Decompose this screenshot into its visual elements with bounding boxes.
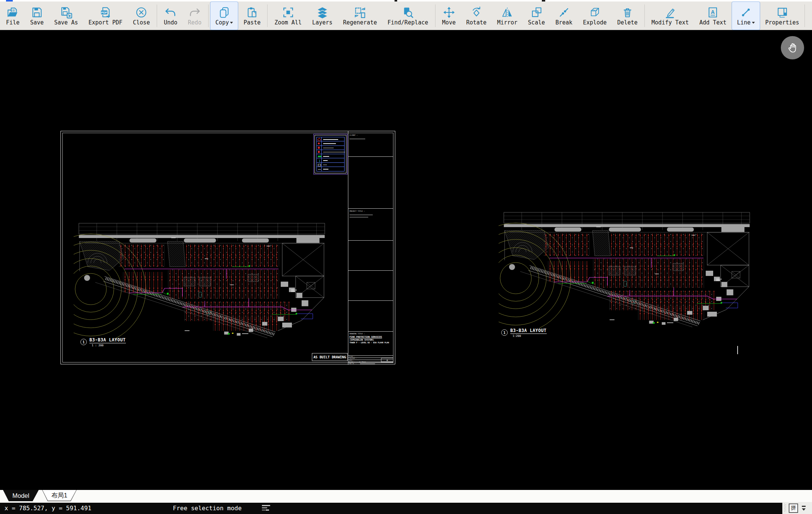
ime-drag-handle[interactable] bbox=[784, 504, 786, 512]
toolbar-separator bbox=[208, 5, 209, 27]
hand-icon bbox=[786, 41, 799, 54]
line-icon bbox=[739, 6, 752, 19]
move-icon bbox=[443, 6, 455, 19]
model-canvas[interactable]: CLIENT : PROJECT TITLE : DRAWING TITLE :… bbox=[0, 30, 812, 490]
tab-layout1[interactable]: 布局1 bbox=[42, 490, 77, 501]
regenerate-icon bbox=[354, 6, 366, 19]
cursor-coordinates: x = 785.527, y = 591.491 bbox=[5, 503, 91, 514]
toolbar-separator bbox=[435, 5, 435, 27]
viewport-scale: 1:200 bbox=[513, 334, 521, 338]
legend-line-symbol bbox=[318, 169, 321, 170]
legend-box bbox=[313, 134, 348, 174]
ime-minimize-icon[interactable] bbox=[802, 506, 806, 507]
legend-red-diamond-symbol bbox=[318, 138, 321, 141]
app-window: File Save Save As PDF bbox=[0, 0, 812, 514]
redo-button[interactable]: Redo bbox=[183, 2, 207, 30]
svg-text:PDF: PDF bbox=[101, 11, 107, 14]
legend-red-sidewall-symbol bbox=[318, 151, 320, 153]
break-button[interactable]: Break bbox=[550, 2, 578, 30]
drawing-title-line: FIRE PROTECTION SERVICES bbox=[349, 335, 393, 338]
undo-button[interactable]: Undo bbox=[159, 2, 183, 30]
export-pdf-icon: PDF bbox=[99, 6, 112, 19]
save-button[interactable]: Save bbox=[25, 2, 49, 30]
close-icon bbox=[135, 6, 148, 19]
file-icon bbox=[6, 6, 19, 19]
layers-button[interactable]: Layers bbox=[307, 2, 338, 30]
viewport-number: 1 bbox=[80, 339, 87, 345]
toolbar-separator bbox=[804, 5, 805, 27]
legend-row bbox=[317, 167, 344, 171]
properties-button[interactable]: Properties bbox=[760, 2, 804, 30]
viewport-title: B3-B3A LAYOUT bbox=[89, 337, 126, 343]
legend-row bbox=[317, 163, 344, 167]
legend-white-box-symbol bbox=[318, 164, 321, 166]
legend-row bbox=[317, 137, 344, 141]
redo-icon bbox=[188, 6, 201, 19]
undo-icon bbox=[164, 6, 177, 19]
legend-row bbox=[317, 146, 344, 150]
copy-button[interactable]: Copy bbox=[210, 2, 238, 30]
scale-button[interactable]: Scale bbox=[523, 2, 550, 30]
properties-icon bbox=[776, 6, 789, 19]
ime-language-button[interactable]: 拼 bbox=[789, 503, 798, 513]
pan-button[interactable] bbox=[781, 36, 804, 59]
close-button[interactable]: Close bbox=[128, 2, 155, 30]
rotate-button[interactable]: Rotate bbox=[461, 2, 492, 30]
modify-text-icon bbox=[664, 6, 676, 19]
find-replace-icon bbox=[401, 6, 414, 19]
save-icon bbox=[30, 6, 43, 19]
revision-box: 0 bbox=[381, 358, 393, 362]
zoom-all-icon bbox=[282, 6, 295, 19]
legend-row bbox=[317, 150, 344, 154]
file-button[interactable]: File bbox=[1, 2, 25, 30]
paste-button[interactable]: Paste bbox=[238, 2, 266, 30]
svg-text:A: A bbox=[711, 9, 715, 15]
delete-icon bbox=[621, 6, 634, 19]
legend-row bbox=[317, 154, 344, 158]
modify-text-button[interactable]: Modify Text bbox=[646, 2, 694, 30]
selection-mode-text: Free selection mode bbox=[173, 503, 242, 514]
copy-icon bbox=[218, 6, 231, 19]
floorplan-drawing-right bbox=[499, 211, 756, 328]
ime-menu-icon[interactable] bbox=[802, 508, 806, 511]
mirror-button[interactable]: Mirror bbox=[492, 2, 523, 30]
floorplan-drawing bbox=[74, 222, 331, 339]
find-replace-button[interactable]: Find/Replace bbox=[382, 2, 433, 30]
viewport-scale: 1 : 200 bbox=[92, 344, 104, 347]
legend-cyan-valve-symbol bbox=[318, 159, 320, 162]
save-as-icon bbox=[60, 6, 73, 19]
explode-icon bbox=[588, 6, 601, 19]
drawing-sheet: CLIENT : PROJECT TITLE : DRAWING TITLE :… bbox=[60, 131, 395, 364]
drawing-title-label: DRAWING TITLE : bbox=[349, 333, 393, 335]
list-icon[interactable] bbox=[262, 505, 271, 512]
paste-icon bbox=[246, 6, 259, 19]
add-text-button[interactable]: A Add Text bbox=[694, 2, 732, 30]
dropdown-arrow-icon[interactable] bbox=[230, 22, 233, 24]
toolbar-separator bbox=[267, 5, 268, 27]
move-button[interactable]: Move bbox=[437, 2, 461, 30]
regenerate-button[interactable]: Regenerate bbox=[338, 2, 382, 30]
mirror-icon bbox=[501, 6, 514, 19]
zoom-all-button[interactable]: Zoom All bbox=[269, 2, 307, 30]
toolbar-separator bbox=[157, 5, 157, 27]
line-button[interactable]: Line bbox=[732, 2, 760, 30]
client-label: CLIENT : bbox=[349, 134, 358, 136]
delete-button[interactable]: Delete bbox=[612, 2, 643, 30]
as-built-stamp: AS BUILT DRAWING bbox=[312, 353, 348, 361]
ime-toolbar: 拼 bbox=[782, 502, 812, 514]
project-title-label: PROJECT TITLE : bbox=[349, 210, 365, 212]
text-cursor bbox=[737, 346, 738, 354]
explode-button[interactable]: Explode bbox=[578, 2, 612, 30]
toolbar-separator bbox=[644, 5, 645, 27]
dropdown-arrow-icon[interactable] bbox=[752, 22, 755, 24]
tab-model[interactable]: Model bbox=[3, 490, 39, 501]
legend-green-box-symbol bbox=[318, 156, 321, 157]
save-as-button[interactable]: Save As bbox=[49, 2, 83, 30]
legend-row bbox=[317, 158, 344, 162]
break-icon bbox=[558, 6, 570, 19]
scale-icon bbox=[530, 6, 543, 19]
main-toolbar: File Save Save As PDF bbox=[0, 2, 812, 30]
legend-red-pendent-symbol bbox=[318, 143, 320, 144]
export-pdf-button[interactable]: PDF Export PDF bbox=[83, 2, 127, 30]
drawing-title-line: (SPRINKLER SYSTEM) bbox=[349, 338, 393, 341]
